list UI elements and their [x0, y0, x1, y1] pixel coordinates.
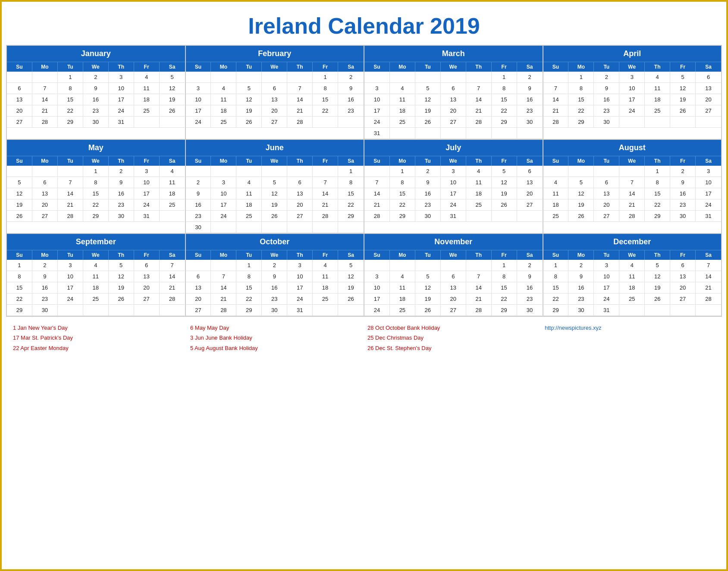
day-cell: 7: [287, 83, 313, 94]
day-cell: 9: [415, 177, 441, 188]
day-cell: 9: [594, 83, 619, 94]
day-cell: 6: [186, 271, 211, 282]
day-cell-empty: [262, 166, 287, 177]
day-cell-empty: [160, 211, 185, 222]
day-cell: 11: [390, 282, 415, 293]
holiday-item: 17 Mar St. Patrick's Day: [13, 333, 183, 343]
day-cell: 18: [645, 94, 670, 105]
month-header: August: [543, 140, 722, 156]
day-cell: 24: [186, 117, 211, 128]
day-cell: 13: [441, 94, 466, 105]
day-header-fr: Fr: [313, 156, 338, 166]
day-cell: 3: [186, 83, 211, 94]
day-cell-empty: [287, 72, 313, 83]
day-cell: 30: [32, 305, 58, 316]
day-cell: 17: [619, 94, 645, 105]
day-cell: 22: [543, 293, 569, 305]
day-cell-empty: [313, 305, 338, 316]
day-cell: 1: [390, 166, 415, 177]
day-cell: 19: [568, 199, 594, 211]
day-cell: 2: [415, 166, 441, 177]
day-cell: 10: [594, 271, 619, 282]
day-cell: 21: [696, 282, 721, 293]
day-header-fr: Fr: [670, 62, 696, 72]
day-cell-empty: [390, 128, 415, 139]
month-september: SeptemberSuMoTuWeThFrSa12345678910111213…: [7, 234, 186, 317]
day-cell: 2: [262, 260, 287, 271]
holiday-col-col1: 1 Jan New Year's Day17 Mar St. Patrick's…: [9, 323, 187, 353]
day-header-tu: Tu: [415, 62, 441, 72]
day-cell: 17: [364, 293, 390, 305]
day-cell: 19: [415, 105, 441, 117]
day-cell: 24: [134, 199, 160, 211]
day-cell-empty: [517, 211, 543, 222]
day-cell: 23: [83, 105, 109, 117]
day-cell: 26: [236, 117, 262, 128]
holiday-col-col4: http://newspictures.xyz: [541, 323, 719, 353]
day-header-sa: Sa: [696, 62, 721, 72]
day-cell: 6: [7, 83, 32, 94]
day-cell: 3: [109, 72, 134, 83]
day-cell: 25: [645, 105, 670, 117]
day-cell: 9: [83, 83, 109, 94]
day-cell-empty: [7, 72, 32, 83]
day-header-we: We: [262, 156, 287, 166]
day-cell: 16: [517, 94, 543, 105]
day-cell: 3: [134, 166, 160, 177]
day-cell: 7: [160, 260, 185, 271]
day-cell: 14: [696, 271, 721, 282]
day-header-sa: Sa: [160, 250, 185, 260]
day-cell: 26: [262, 211, 287, 222]
day-header-fr: Fr: [492, 250, 517, 260]
day-cell: 14: [313, 188, 338, 199]
day-cell: 6: [594, 177, 619, 188]
day-header-mo: Mo: [211, 62, 236, 72]
day-cell-empty: [32, 166, 58, 177]
day-header-th: Th: [109, 62, 134, 72]
day-cell-empty: [466, 211, 492, 222]
day-header-fr: Fr: [313, 250, 338, 260]
day-cell: 17: [287, 282, 313, 293]
day-cell-empty: [236, 166, 262, 177]
day-header-we: We: [619, 156, 645, 166]
day-cell-empty: [517, 128, 543, 139]
day-cell: 28: [58, 211, 83, 222]
day-cell: 26: [160, 105, 185, 117]
day-header-th: Th: [466, 250, 492, 260]
day-cell: 23: [517, 105, 543, 117]
day-cell: 19: [236, 105, 262, 117]
day-cell: 13: [7, 94, 32, 105]
day-cell: 23: [32, 293, 58, 305]
day-cell: 22: [338, 199, 364, 211]
day-cell: 5: [670, 72, 696, 83]
day-header-mo: Mo: [568, 62, 594, 72]
month-header: June: [186, 140, 364, 156]
day-cell-empty: [492, 128, 517, 139]
day-cell: 6: [32, 177, 58, 188]
day-header-tu: Tu: [58, 62, 83, 72]
day-cell: 25: [543, 211, 569, 222]
day-cell: 30: [517, 305, 543, 316]
day-cell: 24: [364, 117, 390, 128]
day-cell: 8: [338, 177, 364, 188]
day-header-tu: Tu: [415, 250, 441, 260]
day-cell: 1: [492, 260, 517, 271]
day-cell-empty: [287, 222, 313, 233]
day-header-we: We: [619, 62, 645, 72]
day-cell: 21: [58, 199, 83, 211]
day-header-we: We: [262, 62, 287, 72]
day-cell: 10: [364, 94, 390, 105]
day-cell: 13: [517, 177, 543, 188]
day-cell: 11: [83, 271, 109, 282]
day-cell: 29: [236, 305, 262, 316]
month-header: February: [186, 46, 364, 62]
day-cell: 6: [696, 72, 721, 83]
day-cell: 1: [568, 72, 594, 83]
day-cell: 18: [83, 282, 109, 293]
day-cell: 16: [517, 282, 543, 293]
day-cell: 12: [262, 188, 287, 199]
day-header-th: Th: [287, 62, 313, 72]
day-cell: 31: [696, 211, 721, 222]
day-cell: 17: [696, 188, 721, 199]
day-cell: 19: [160, 94, 185, 105]
